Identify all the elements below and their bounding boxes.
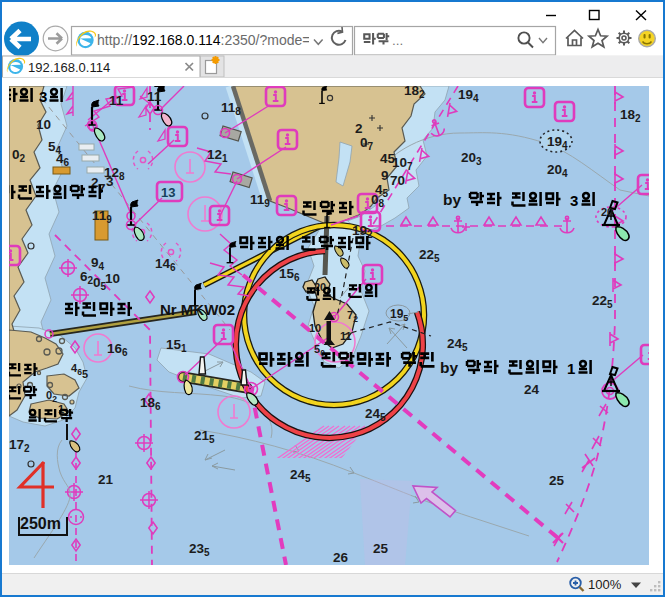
svg-text:...: ...: [392, 33, 403, 48]
svg-text:10: 10: [36, 117, 51, 132]
svg-text:11: 11: [340, 330, 352, 342]
svg-text:24: 24: [524, 382, 540, 397]
svg-text:by: by: [443, 191, 461, 208]
svg-text:by: by: [440, 359, 458, 376]
svg-text:9: 9: [381, 168, 389, 183]
svg-text:http://192.168.0.114:2350/?mod: http://192.168.0.114:2350/?mode=cer: [97, 32, 330, 48]
svg-text:10: 10: [309, 322, 321, 334]
svg-text:100%: 100%: [588, 577, 622, 592]
svg-text:3: 3: [570, 192, 578, 209]
svg-text:25: 25: [373, 541, 389, 556]
svg-text:13: 13: [161, 185, 175, 200]
svg-text:10: 10: [105, 271, 120, 286]
svg-text:11: 11: [109, 93, 124, 108]
svg-text:Nr MKW02: Nr MKW02: [160, 301, 235, 318]
svg-text:5: 5: [82, 368, 88, 380]
svg-text:11: 11: [147, 89, 162, 104]
svg-text:26: 26: [333, 550, 349, 565]
svg-text:25: 25: [549, 473, 565, 488]
svg-text:2: 2: [355, 121, 363, 136]
svg-text:70: 70: [390, 173, 405, 188]
svg-text:1: 1: [567, 360, 575, 377]
svg-text:21: 21: [98, 472, 114, 487]
svg-text:3: 3: [39, 88, 47, 105]
svg-text:20: 20: [601, 206, 613, 218]
svg-text:250m: 250m: [20, 515, 61, 532]
svg-text:192.168.0.114: 192.168.0.114: [28, 60, 110, 75]
